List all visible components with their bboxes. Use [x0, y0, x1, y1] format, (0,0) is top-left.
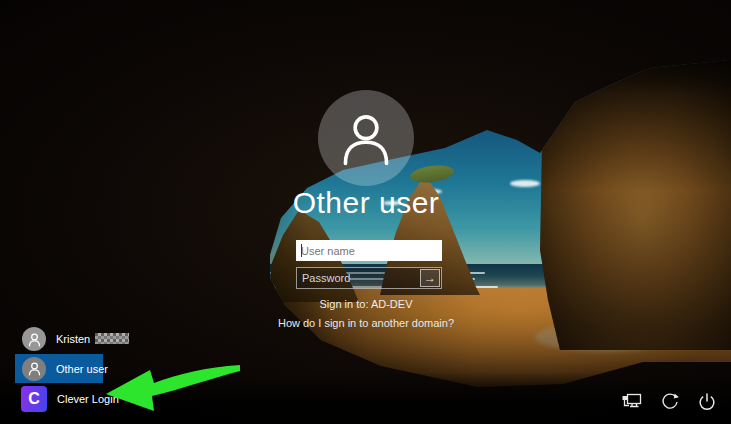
username-input[interactable] [296, 240, 442, 261]
clever-logo-icon: C [21, 386, 47, 412]
ease-of-access-icon[interactable] [660, 392, 680, 412]
network-icon[interactable] [621, 392, 643, 412]
user-tile-other-user-selected[interactable]: Other user [15, 354, 103, 383]
user-avatar-icon [22, 327, 46, 351]
login-title: Other user [246, 186, 486, 220]
user-tile-label: Kristen [56, 333, 90, 345]
password-field: → [296, 267, 442, 289]
other-user-avatar [318, 90, 414, 186]
domain-help-link[interactable]: How do I sign in to another domain? [236, 317, 496, 329]
text-caret [301, 244, 302, 257]
power-icon[interactable] [697, 392, 717, 412]
user-tile-label: Other user [56, 363, 108, 375]
password-input[interactable] [297, 268, 417, 288]
system-tray [621, 392, 717, 412]
submit-button[interactable]: → [420, 269, 440, 287]
sign-in-to-domain-text: Sign in to: AD-DEV [266, 298, 466, 310]
person-icon [337, 109, 395, 167]
redacted-last-name [95, 333, 129, 344]
user-avatar-icon [22, 357, 46, 381]
windows-login-screen: Other user → Sign in to: AD-DEV How do I… [0, 0, 731, 424]
user-tile-kristen[interactable]: Kristen [15, 325, 145, 353]
green-annotation-arrow [102, 358, 242, 413]
